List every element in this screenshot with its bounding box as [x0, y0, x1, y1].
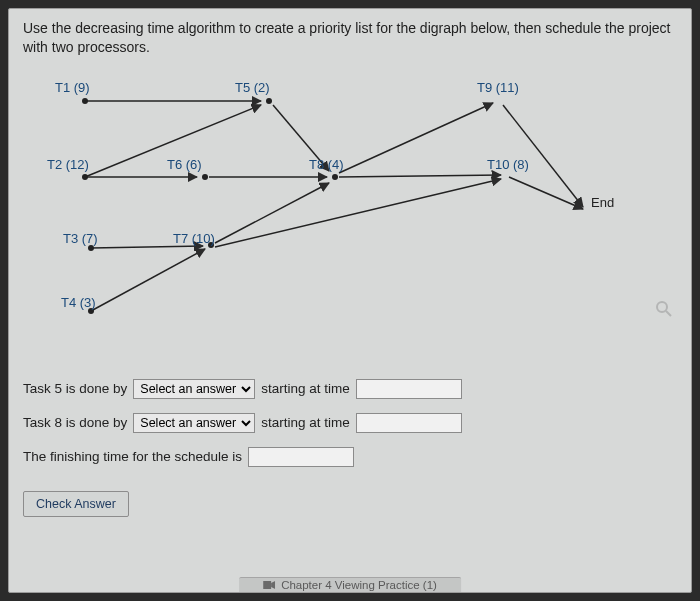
- svg-line-17: [339, 175, 501, 177]
- svg-line-22: [666, 311, 671, 316]
- question-finish: The finishing time for the schedule is: [23, 447, 677, 467]
- video-icon: [263, 580, 275, 590]
- q2-text-a: Task 8 is done by: [23, 415, 127, 430]
- svg-point-6: [208, 242, 214, 248]
- svg-line-13: [273, 105, 329, 171]
- q2-time-input[interactable]: [356, 413, 462, 433]
- svg-line-16: [339, 103, 493, 173]
- svg-rect-23: [263, 581, 271, 589]
- q1-time-input[interactable]: [356, 379, 462, 399]
- digraph: T1 (9) T2 (12) T3 (7) T4 (3) T5 (2) T6 (…: [23, 65, 677, 365]
- question-task8: Task 8 is done by Select an answer start…: [23, 413, 677, 433]
- digraph-svg: [23, 65, 677, 365]
- svg-line-11: [91, 246, 203, 248]
- svg-point-5: [202, 174, 208, 180]
- magnifier-icon: [655, 300, 673, 322]
- svg-point-21: [657, 302, 667, 312]
- footer-text: Chapter 4 Viewing Practice (1): [281, 579, 437, 591]
- footer-tab: Chapter 4 Viewing Practice (1): [239, 577, 461, 592]
- svg-line-10: [85, 105, 261, 177]
- svg-line-18: [215, 179, 501, 247]
- question-prompt: Use the decreasing time algorithm to cre…: [23, 19, 677, 57]
- check-answer-button[interactable]: Check Answer: [23, 491, 129, 517]
- q2-processor-select[interactable]: Select an answer: [133, 413, 255, 433]
- q1-text-a: Task 5 is done by: [23, 381, 127, 396]
- svg-line-12: [91, 249, 205, 311]
- q1-text-b: starting at time: [261, 381, 350, 396]
- q3-time-input[interactable]: [248, 447, 354, 467]
- question-task5: Task 5 is done by Select an answer start…: [23, 379, 677, 399]
- q1-processor-select[interactable]: Select an answer: [133, 379, 255, 399]
- svg-point-4: [266, 98, 272, 104]
- q2-text-b: starting at time: [261, 415, 350, 430]
- q3-text: The finishing time for the schedule is: [23, 449, 242, 464]
- svg-point-7: [332, 174, 338, 180]
